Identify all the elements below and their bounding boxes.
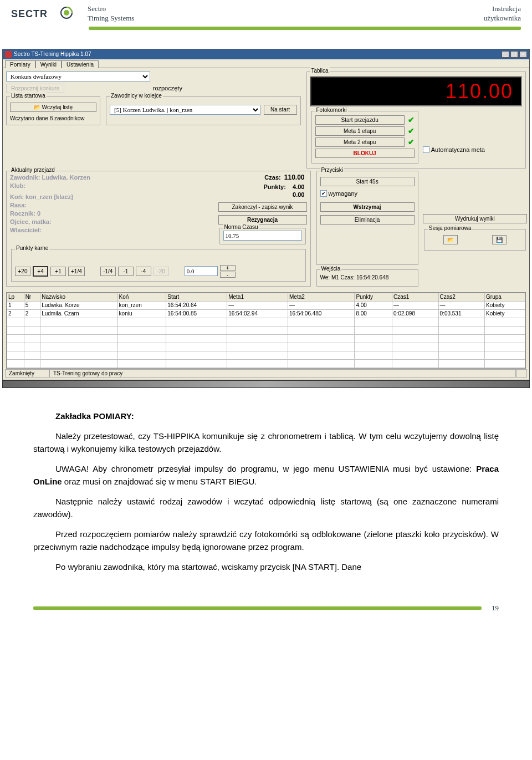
penalty-inc[interactable]: + — [220, 265, 236, 271]
tablica-legend: Tablica — [310, 68, 330, 74]
paragraph-3: Następnie należy ustawić rodzaj zawodów … — [33, 496, 499, 521]
table-row — [7, 326, 525, 334]
table-row — [7, 318, 525, 326]
wejscia-legend: Wejścia — [320, 266, 342, 272]
status-right: TS-Trening gotowy do pracy — [49, 369, 516, 378]
czas-display: Czas: 110.00 — [221, 174, 305, 181]
aktualny-legend: Aktualny przejazd — [10, 167, 56, 173]
paragraph-5: Po wybraniu zawodnika, który ma startowa… — [33, 561, 499, 574]
penalty-plus-quarter[interactable]: +1/4 — [68, 267, 85, 276]
karne-legend: Punkty karne — [15, 245, 49, 251]
penalty-plus4[interactable]: +4 — [33, 266, 48, 277]
table-row: 22Ludmila. Czarnkoniu16:54:00.8516:54:02… — [7, 309, 525, 318]
table-header: Nazwisko — [40, 293, 117, 301]
display-board: 110.00 — [310, 76, 523, 106]
loaded-message: Wczytano dane 8 zawodnikow — [10, 115, 96, 121]
wydrukuj-button[interactable]: Wydrukuj wyniki — [423, 214, 527, 223]
zakonczyl-button[interactable]: Zakonczyl - zapisz wynik — [218, 202, 307, 212]
check-icon: ✔ — [408, 115, 415, 124]
penalty-minus4[interactable]: -4 — [136, 267, 151, 276]
app-icon — [5, 51, 12, 58]
section-heading: Zakładka POMIARY: — [33, 410, 499, 423]
window-title: Sectro TS-Trening Hippika 1.07 — [14, 51, 91, 57]
sesja-open-button[interactable]: 📂 — [443, 235, 458, 244]
doc-type-upper: Instrukcja — [484, 4, 521, 14]
wejscia-text: We: M1 Czas: 16:54:20.648 — [320, 272, 415, 283]
footer-rule — [33, 606, 482, 610]
table-header: Punkty — [355, 293, 392, 301]
zawodnik-select[interactable]: [5] Korzen Ludwika. | kon_rzen — [110, 105, 260, 115]
wstrzymaj-button[interactable]: Wstrzymaj — [320, 202, 415, 212]
app-window: Sectro TS-Trening Hippika 1.07 _ □ × Pom… — [2, 49, 530, 380]
norma-legend: Norma Czasu — [223, 224, 259, 230]
punkty2-display: 0.00 — [221, 191, 305, 198]
blokuj-button[interactable]: BLOKUJ — [315, 149, 415, 158]
penalty-minus20[interactable]: -20 — [154, 267, 169, 276]
svg-text:SECTR: SECTR — [11, 8, 48, 19]
logo: SECTR — [11, 6, 78, 22]
konkurs-status: rozpoczęty — [153, 85, 182, 91]
table-header: Lp — [7, 293, 24, 301]
header-right: Instrukcja użytkownika — [484, 4, 521, 23]
status-left: Zamknięty — [5, 369, 49, 378]
start-przejazdu-button[interactable]: Start przejazdu — [315, 115, 405, 125]
na-start-button[interactable]: Na start — [264, 105, 297, 115]
wczytaj-liste-button[interactable]: 📂 Wczytaj listę — [10, 103, 96, 112]
table-header: Czas2 — [438, 293, 484, 301]
minimize-button[interactable]: _ — [502, 51, 509, 58]
penalty-plus20[interactable]: +20 — [15, 267, 30, 276]
przyciski-legend: Przyciski — [320, 167, 344, 173]
start45-button[interactable]: Start 45s — [320, 177, 415, 186]
document-header: SECTR Sectro Timing Systems Instrukcja u… — [0, 0, 532, 27]
check-icon: ✔ — [408, 137, 415, 146]
table-header: Nr — [24, 293, 40, 301]
konkurs-select[interactable]: Konkurs dwufazowy — [6, 72, 150, 81]
penalty-value-input[interactable] — [185, 266, 218, 276]
aktualny-info: Zawodnik: Ludwika. Korzen Klub: Koń: kon… — [10, 174, 215, 246]
rezygnacja-button[interactable]: Rezygnacja — [218, 215, 307, 225]
svg-point-2 — [64, 10, 69, 16]
close-button[interactable]: × — [519, 51, 527, 58]
penalty-plus1[interactable]: +1 — [50, 267, 66, 276]
eliminacja-button[interactable]: Eliminacja — [320, 215, 415, 225]
statusbar: Zamknięty TS-Trening gotowy do pracy — [5, 369, 527, 378]
table-row — [7, 351, 525, 359]
rozpocznij-konkurs-button[interactable]: Rozpocznij konkurs — [6, 84, 64, 93]
page-number: 19 — [492, 604, 499, 613]
tab-wyniki[interactable]: Wyniki — [35, 60, 62, 68]
table-header: Koń — [117, 293, 166, 301]
wymagany-checkbox[interactable]: ✔wymagany — [320, 190, 358, 197]
kolejka-legend: Zawodnicy w kolejce — [110, 93, 163, 99]
table-header: Czas1 — [392, 293, 438, 301]
meta2-button[interactable]: Meta 2 etapu — [315, 137, 405, 147]
table-header: Start — [166, 293, 227, 301]
fotokomorki-legend: Fotokomorki — [315, 107, 348, 113]
doc-type-lower: użytkownika — [484, 14, 521, 23]
header-rule — [89, 27, 521, 30]
norma-input[interactable] — [223, 231, 302, 241]
titlebar: Sectro TS-Trening Hippika 1.07 _ □ × — [3, 49, 529, 59]
automatyczna-meta-checkbox[interactable]: Automatyczna meta — [423, 146, 485, 153]
sesja-save-button[interactable]: 💾 — [492, 235, 507, 244]
table-header: Grupa — [485, 293, 525, 301]
paragraph-4: Przed rozpoczęciem pomiarów należy spraw… — [33, 528, 499, 553]
table-row — [7, 343, 525, 351]
tab-pomiary[interactable]: Pomiary — [5, 60, 35, 68]
brand-name: Sectro — [88, 4, 134, 14]
tab-ustawienia[interactable]: Ustawienia — [62, 60, 99, 68]
brand-subtitle: Timing Systems — [88, 14, 134, 23]
penalty-dec[interactable]: - — [220, 272, 236, 278]
document-body: Zakładka POMIARY: Należy przetestować, c… — [0, 399, 532, 604]
header-brand-text: Sectro Timing Systems — [88, 4, 134, 23]
punkty-display: Punkty: 4.00 — [221, 183, 305, 190]
desktop-strip — [2, 380, 530, 388]
table-row — [7, 359, 525, 368]
penalty-minus-quarter[interactable]: -1/4 — [100, 267, 116, 276]
meta1-button[interactable]: Meta 1 etapu — [315, 126, 405, 136]
maximize-button[interactable]: □ — [510, 51, 518, 58]
paragraph-2: UWAGA! Aby chronometr przesyłał impulsy … — [33, 463, 499, 488]
table-row: 15Ludwika. Korzekon_rzen16:54:20.64——4.0… — [7, 301, 525, 309]
table-header: Meta2 — [288, 293, 355, 301]
paragraph-1: Należy przetestować, czy TS-HIPPIKA komu… — [33, 430, 499, 455]
penalty-minus1[interactable]: -1 — [118, 267, 134, 276]
